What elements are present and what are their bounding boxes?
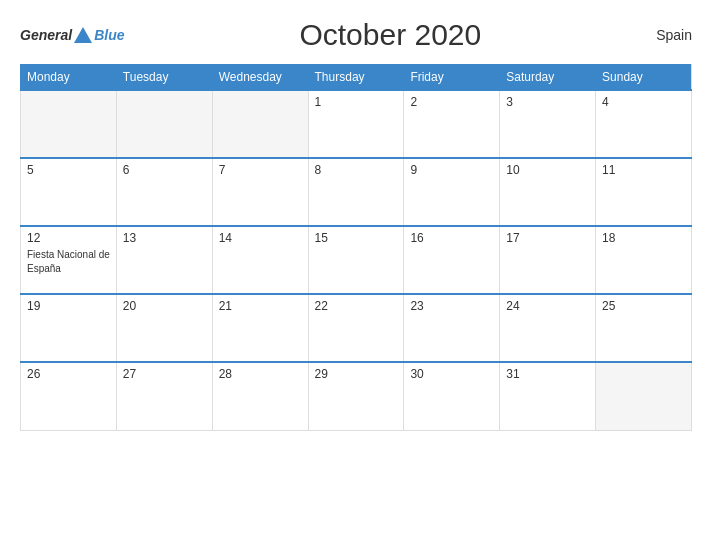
day-number: 10 (506, 163, 589, 177)
logo-blue-text: Blue (94, 27, 124, 43)
day-number: 3 (506, 95, 589, 109)
day-number: 27 (123, 367, 206, 381)
calendar-week-row: 1234 (21, 90, 692, 158)
logo-triangle-icon (74, 27, 92, 43)
day-number: 28 (219, 367, 302, 381)
table-row: 1 (308, 90, 404, 158)
day-number: 11 (602, 163, 685, 177)
day-number: 9 (410, 163, 493, 177)
table-row: 10 (500, 158, 596, 226)
col-monday: Monday (21, 65, 117, 91)
calendar-week-row: 567891011 (21, 158, 692, 226)
table-row: 11 (596, 158, 692, 226)
col-wednesday: Wednesday (212, 65, 308, 91)
country-label: Spain (656, 27, 692, 43)
table-row: 19 (21, 294, 117, 362)
table-row: 30 (404, 362, 500, 430)
day-number: 29 (315, 367, 398, 381)
day-number: 30 (410, 367, 493, 381)
table-row: 26 (21, 362, 117, 430)
table-row: 17 (500, 226, 596, 294)
table-row (212, 90, 308, 158)
day-number: 6 (123, 163, 206, 177)
day-number: 26 (27, 367, 110, 381)
table-row (21, 90, 117, 158)
col-saturday: Saturday (500, 65, 596, 91)
col-friday: Friday (404, 65, 500, 91)
table-row: 7 (212, 158, 308, 226)
day-number: 4 (602, 95, 685, 109)
table-row: 13 (116, 226, 212, 294)
calendar-week-row: 262728293031 (21, 362, 692, 430)
table-row: 12Fiesta Nacional de España (21, 226, 117, 294)
header: General Blue October 2020 Spain (20, 18, 692, 52)
day-number: 16 (410, 231, 493, 245)
day-number: 12 (27, 231, 110, 245)
table-row: 6 (116, 158, 212, 226)
day-number: 19 (27, 299, 110, 313)
table-row: 2 (404, 90, 500, 158)
calendar-header-row: Monday Tuesday Wednesday Thursday Friday… (21, 65, 692, 91)
table-row: 21 (212, 294, 308, 362)
calendar-week-row: 19202122232425 (21, 294, 692, 362)
table-row: 22 (308, 294, 404, 362)
day-number: 1 (315, 95, 398, 109)
col-thursday: Thursday (308, 65, 404, 91)
day-number: 7 (219, 163, 302, 177)
day-number: 17 (506, 231, 589, 245)
table-row: 28 (212, 362, 308, 430)
day-number: 31 (506, 367, 589, 381)
logo-general-text: General (20, 27, 72, 43)
day-number: 20 (123, 299, 206, 313)
table-row: 8 (308, 158, 404, 226)
day-number: 8 (315, 163, 398, 177)
day-number: 21 (219, 299, 302, 313)
table-row: 20 (116, 294, 212, 362)
table-row: 23 (404, 294, 500, 362)
table-row: 31 (500, 362, 596, 430)
table-row: 16 (404, 226, 500, 294)
day-number: 13 (123, 231, 206, 245)
table-row: 5 (21, 158, 117, 226)
table-row: 24 (500, 294, 596, 362)
day-number: 14 (219, 231, 302, 245)
table-row: 18 (596, 226, 692, 294)
calendar-table: Monday Tuesday Wednesday Thursday Friday… (20, 64, 692, 431)
table-row: 25 (596, 294, 692, 362)
table-row: 9 (404, 158, 500, 226)
table-row: 27 (116, 362, 212, 430)
table-row: 4 (596, 90, 692, 158)
calendar-title: October 2020 (299, 18, 481, 52)
logo: General Blue (20, 27, 124, 43)
table-row: 14 (212, 226, 308, 294)
table-row: 15 (308, 226, 404, 294)
page: General Blue October 2020 Spain Monday T… (0, 0, 712, 550)
day-number: 24 (506, 299, 589, 313)
event-text: Fiesta Nacional de España (27, 249, 110, 274)
day-number: 15 (315, 231, 398, 245)
day-number: 25 (602, 299, 685, 313)
table-row (116, 90, 212, 158)
calendar-week-row: 12Fiesta Nacional de España131415161718 (21, 226, 692, 294)
col-tuesday: Tuesday (116, 65, 212, 91)
table-row: 29 (308, 362, 404, 430)
table-row (596, 362, 692, 430)
table-row: 3 (500, 90, 596, 158)
day-number: 22 (315, 299, 398, 313)
day-number: 23 (410, 299, 493, 313)
day-number: 2 (410, 95, 493, 109)
col-sunday: Sunday (596, 65, 692, 91)
day-number: 5 (27, 163, 110, 177)
day-number: 18 (602, 231, 685, 245)
